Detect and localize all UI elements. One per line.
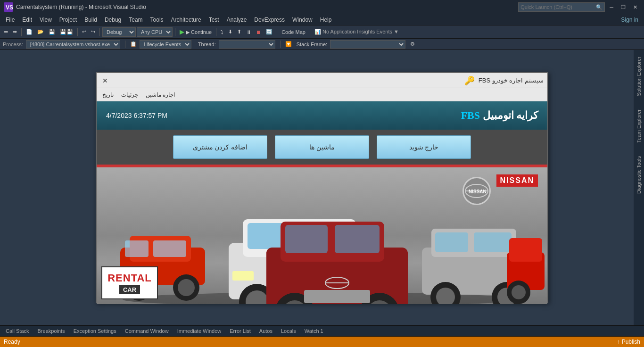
car-image-area: NISSAN NISSAN xyxy=(97,167,547,304)
rental-text: RENTAL xyxy=(107,272,152,284)
menu-view[interactable]: View xyxy=(36,16,56,24)
quick-launch-input[interactable] xyxy=(520,4,596,10)
process-bar: Process: [4800] Carrentalsystem.vshost.e… xyxy=(0,39,644,50)
signin-link[interactable]: Sign in xyxy=(617,16,642,24)
save-button[interactable]: 💾 xyxy=(47,28,57,36)
continue-button[interactable]: ▶ ▶ Continue xyxy=(178,27,214,36)
svg-rect-42 xyxy=(435,232,468,252)
error-list-tab[interactable]: Error List xyxy=(226,327,255,335)
app-header-title: کرایه اتومبیل FBS xyxy=(461,109,538,122)
app-menu-details[interactable]: جزئیات xyxy=(121,91,138,98)
platform-dropdown[interactable]: Any CPU xyxy=(137,27,173,37)
pause-button[interactable]: ⏸ xyxy=(244,28,253,36)
svg-rect-27 xyxy=(285,225,328,253)
menu-window[interactable]: Window xyxy=(289,16,316,24)
svg-rect-28 xyxy=(335,225,380,253)
svg-point-11 xyxy=(178,279,195,296)
process-dropdown[interactable]: [4800] Carrentalsystem.vshost.exe xyxy=(26,40,120,49)
app-datetime: 4/7/2023 6:37:57 PM xyxy=(106,112,167,119)
cars-svg xyxy=(97,191,545,304)
command-window-tab[interactable]: Command Window xyxy=(121,327,173,335)
redo-button[interactable]: ↪ xyxy=(89,28,97,36)
svg-rect-12 xyxy=(125,240,149,257)
status-bar: Ready ↑ Publish xyxy=(0,337,644,347)
ide-main: ✕ 🔑 سیستم اجاره خودرو FBS اجاره ماشین جز… xyxy=(0,50,644,325)
menu-project[interactable]: Project xyxy=(56,16,81,24)
stack-frame-icon: ⚙ xyxy=(410,41,415,47)
stack-frame-label: 🔽 xyxy=(285,41,292,47)
publish-button[interactable]: ↑ Publish xyxy=(617,339,640,345)
lifecycle-dropdown[interactable]: Lifecycle Events xyxy=(140,40,191,49)
svg-point-47 xyxy=(512,285,526,299)
right-side-tabs: Solution Explorer Team Explorer Diagnost… xyxy=(634,50,644,325)
menu-debug[interactable]: Debug xyxy=(101,16,125,24)
window-title: Carrentalsystem (Running) - Microsoft Vi… xyxy=(16,4,146,10)
close-button[interactable]: ✕ xyxy=(630,3,640,11)
open-button[interactable]: 📂 xyxy=(35,28,46,36)
exit-button[interactable]: خارج شوید xyxy=(377,135,471,159)
ready-status: Ready xyxy=(4,339,20,345)
menu-edit[interactable]: Edit xyxy=(18,16,36,24)
menu-devexpress[interactable]: DevExpress xyxy=(250,16,289,24)
add-customer-button[interactable]: اضافه کردن مشتری xyxy=(173,135,267,159)
menu-analyze[interactable]: Analyze xyxy=(223,16,251,24)
step-over-button[interactable]: ⤵ xyxy=(219,28,225,36)
diagnostic-tools-tab[interactable]: Diagnostic Tools xyxy=(635,154,643,196)
app-menu-history[interactable]: تاریخ xyxy=(102,91,114,98)
menu-tools[interactable]: Tools xyxy=(147,16,167,24)
autos-tab[interactable]: Autos xyxy=(256,327,276,335)
svg-rect-43 xyxy=(474,232,512,252)
publish-icon: ↑ xyxy=(617,339,620,345)
svg-rect-45 xyxy=(509,238,542,262)
app-close-button[interactable]: ✕ xyxy=(100,76,110,85)
stack-frame-dropdown[interactable] xyxy=(330,40,405,49)
title-bar: VS Carrentalsystem (Running) - Microsoft… xyxy=(0,0,644,14)
call-stack-tab[interactable]: Call Stack xyxy=(2,327,33,335)
new-project-button[interactable]: 📄 xyxy=(24,28,34,36)
debug-tabs-bar: Call Stack Breakpoints Exception Setting… xyxy=(0,325,644,337)
play-icon: ▶ xyxy=(180,28,184,35)
menu-build[interactable]: Build xyxy=(81,16,101,24)
step-in-button[interactable]: ⬇ xyxy=(226,28,234,36)
breakpoints-tab[interactable]: Breakpoints xyxy=(34,327,69,335)
lifecycle-label: 📋 xyxy=(130,41,137,47)
menu-bar: File Edit View Project Build Debug Team … xyxy=(0,14,644,25)
svg-rect-33 xyxy=(304,290,370,303)
restore-button[interactable]: ❐ xyxy=(618,3,628,11)
undo-button[interactable]: ↩ xyxy=(80,28,88,36)
debug-config-dropdown[interactable]: Debug Release xyxy=(102,27,136,37)
app-menu-rent[interactable]: اجاره ماشین xyxy=(146,91,175,98)
menu-file[interactable]: File xyxy=(2,16,18,24)
stop-button[interactable]: ⏹ xyxy=(254,28,263,36)
cars-button[interactable]: ماشین ها xyxy=(275,135,369,159)
app-title-bar: ✕ 🔑 سیستم اجاره خودرو FBS xyxy=(97,73,547,88)
team-explorer-tab[interactable]: Team Explorer xyxy=(635,107,643,145)
app-insights-button[interactable]: 📊 No Application Insights Events ▼ xyxy=(313,28,401,36)
thread-dropdown[interactable] xyxy=(219,40,275,49)
save-all-button[interactable]: 💾💾 xyxy=(58,28,75,36)
immediate-window-tab[interactable]: Immediate Window xyxy=(173,327,225,335)
rental-car-badge: RENTAL CAR xyxy=(101,266,158,299)
svg-text:VS: VS xyxy=(6,4,13,11)
restart-button[interactable]: 🔄 xyxy=(264,28,274,36)
step-out-button[interactable]: ⬆ xyxy=(235,28,243,36)
menu-help[interactable]: Help xyxy=(316,16,336,24)
app-content: کرایه اتومبیل FBS 4/7/2023 6:37:57 PM خا… xyxy=(97,101,547,304)
exception-settings-tab[interactable]: Exception Settings xyxy=(70,327,120,335)
quick-launch-box[interactable]: 🔍 xyxy=(518,2,605,12)
app-header: کرایه اتومبیل FBS 4/7/2023 6:37:57 PM xyxy=(97,101,547,130)
app-window: ✕ 🔑 سیستم اجاره خودرو FBS اجاره ماشین جز… xyxy=(96,72,548,303)
minimize-button[interactable]: ─ xyxy=(607,3,616,11)
nav-back-button[interactable]: ⬅ xyxy=(2,28,10,36)
solution-explorer-tab[interactable]: Solution Explorer xyxy=(635,55,643,98)
insights-icon: 📊 xyxy=(314,29,321,34)
app-menu-bar: اجاره ماشین جزئیات تاریخ xyxy=(97,88,547,101)
locals-tab[interactable]: Locals xyxy=(277,327,300,335)
svg-rect-13 xyxy=(153,240,186,257)
menu-test[interactable]: Test xyxy=(205,16,223,24)
menu-team[interactable]: Team xyxy=(125,16,146,24)
nav-forward-button[interactable]: ➡ xyxy=(11,28,19,36)
menu-architecture[interactable]: Architecture xyxy=(167,16,205,24)
code-map-button[interactable]: Code Map xyxy=(280,28,307,36)
watch1-tab[interactable]: Watch 1 xyxy=(301,327,327,335)
